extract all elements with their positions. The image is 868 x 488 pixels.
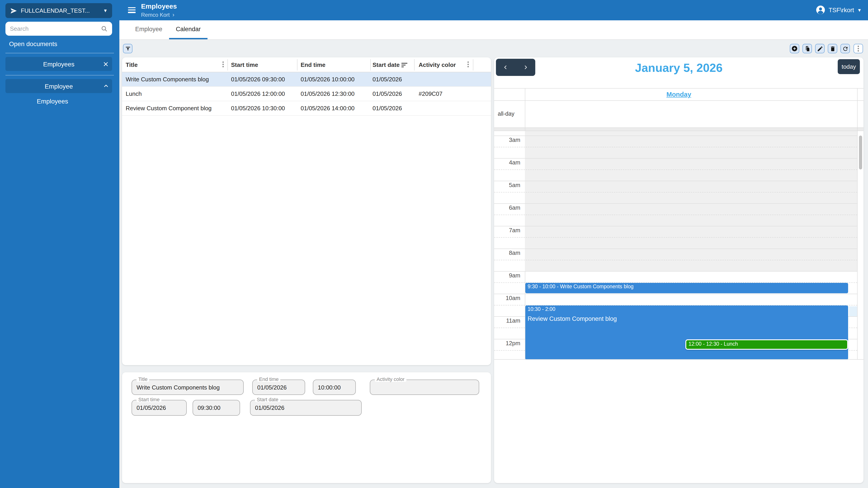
application-switcher[interactable]: FULLCALENDAR_TEST... ▼ (5, 3, 112, 18)
open-document-employees[interactable]: Employees (5, 57, 112, 71)
table-cell: 01/05/2026 (373, 72, 412, 87)
chevron-right-icon: › (173, 11, 175, 18)
table-cell: 01/05/2026 14:00:00 (301, 101, 368, 116)
half-hour-line (494, 237, 857, 238)
calendar-scrollbar[interactable] (859, 135, 862, 169)
kebab-icon (858, 45, 859, 53)
half-hour-line (494, 260, 857, 260)
all-day-label: all-day (498, 111, 515, 117)
sidebar-divider (5, 75, 114, 75)
close-icon[interactable] (99, 61, 112, 67)
title-field[interactable]: Title Write Custom Components blog (131, 380, 244, 395)
column-header-end-time[interactable]: End time (301, 57, 368, 72)
start-date-field[interactable]: Start date 01/05/2026 (250, 400, 362, 416)
user-menu[interactable]: TSF\rkort ▼ (815, 4, 862, 15)
calendar-panel: January 5, 2026 today Monday all-day 3am… (494, 57, 864, 483)
menu-item-label: Employees (37, 98, 81, 105)
table-row[interactable]: Review Custom Component blog01/05/2026 1… (122, 101, 491, 116)
hour-label: 6am (494, 204, 520, 211)
edit-button[interactable] (815, 44, 825, 53)
detail-form: Title Write Custom Components blog End t… (122, 372, 491, 483)
top-header-bar: Employees Remco Kort› TSF\rkort ▼ (119, 0, 868, 20)
menu-group-employee[interactable]: Employee (5, 79, 112, 93)
sidebar-divider (5, 53, 114, 53)
calendar-event[interactable]: 10:30 - 2:00Review Custom Component blog (525, 305, 848, 360)
hour-label: 3am (494, 136, 520, 143)
filter-icon (125, 45, 131, 52)
chevron-down-icon: ▼ (857, 7, 862, 12)
hour-line (494, 135, 857, 136)
search-input[interactable] (10, 25, 101, 32)
day-header-row: Monday (494, 88, 864, 101)
app-name: FULLCALENDAR_TEST... (21, 7, 103, 14)
calendar-event[interactable]: 9:30 - 10:00 - Write Custom Components b… (525, 283, 848, 293)
refresh-icon (842, 45, 848, 52)
start-time-field[interactable]: 09:30:00 (193, 400, 240, 416)
breadcrumb[interactable]: Remco Kort› (141, 11, 174, 18)
menu-item-employees[interactable]: Employees (5, 96, 112, 107)
delete-button[interactable] (828, 44, 837, 53)
tab-calendar[interactable]: Calendar (169, 20, 208, 39)
slot-highlight (849, 306, 857, 316)
column-header-activity-color[interactable]: Activity color (418, 57, 471, 72)
add-button[interactable] (790, 44, 799, 53)
user-name: TSF\rkort (829, 6, 854, 13)
activity-color-field[interactable]: Activity color (370, 380, 479, 395)
application-window: FULLCALENDAR_TEST... ▼ Open documents Em… (0, 0, 868, 488)
column-menu-icon[interactable] (467, 61, 469, 68)
half-hour-line (494, 215, 857, 215)
filter-button[interactable] (123, 44, 132, 53)
hamburger-menu-icon[interactable] (128, 7, 135, 13)
today-button[interactable]: today (838, 59, 860, 74)
hour-label: 5am (494, 182, 520, 188)
end-time-field[interactable]: 10:00:00 (313, 380, 356, 395)
all-day-row[interactable]: all-day (494, 101, 864, 128)
add-icon (791, 45, 798, 52)
tab-employee[interactable]: Employee (128, 20, 169, 39)
open-document-label: Employees (5, 60, 99, 68)
table-row[interactable]: Lunch01/05/2026 12:00:0001/05/2026 12:30… (122, 87, 491, 101)
start-date-part-value: 01/05/2026 (136, 400, 183, 415)
pencil-icon (817, 45, 823, 52)
end-time-field-value: 10:00:00 (318, 380, 352, 394)
sort-icon[interactable] (401, 63, 407, 68)
table-cell: 01/05/2026 12:00:00 (231, 87, 295, 101)
more-button[interactable] (854, 44, 863, 53)
half-hour-line (494, 147, 857, 147)
end-date-field-value: 01/05/2026 (257, 380, 301, 394)
column-menu-icon[interactable] (222, 61, 224, 68)
hour-label: 8am (494, 250, 520, 256)
half-hour-line (494, 169, 857, 170)
hour-line (494, 294, 857, 294)
sidebar-search (5, 22, 112, 36)
table-cell: 01/05/2026 (373, 87, 412, 101)
activity-color-field-value (375, 380, 475, 394)
column-header-title[interactable]: Title (126, 57, 225, 72)
table-cell: Lunch (126, 87, 225, 101)
day-header-link[interactable]: Monday (666, 91, 691, 98)
table-row[interactable]: Write Custom Components blog01/05/2026 0… (122, 72, 491, 87)
trash-icon (829, 45, 836, 52)
copy-button[interactable] (802, 44, 812, 53)
hour-line (494, 226, 857, 226)
page-title: Employees (141, 2, 177, 10)
table-cell: 01/05/2026 12:30:00 (301, 87, 368, 101)
start-time-field-value: 09:30:00 (197, 400, 236, 415)
column-header-start-time[interactable]: Start time (231, 57, 295, 72)
time-grid[interactable]: 3am4am5am6am7am8am9am10am11am12pm 9:30 -… (494, 131, 864, 360)
paper-plane-icon (10, 7, 17, 14)
open-documents-label: Open documents (9, 40, 57, 47)
table-cell (418, 72, 471, 87)
hour-line (494, 181, 857, 181)
table-cell: Review Custom Component blog (126, 101, 225, 116)
event-time: 10:30 - 2:00 (528, 306, 846, 312)
hour-label: 9am (494, 272, 520, 279)
hour-line (494, 271, 857, 271)
start-date-part-field[interactable]: Start time 01/05/2026 (131, 400, 187, 416)
refresh-button[interactable] (840, 44, 850, 53)
end-date-field[interactable]: End time 01/05/2026 (252, 380, 305, 395)
hour-label: 11am (494, 317, 520, 324)
calendar-title: January 5, 2026 (494, 61, 864, 75)
calendar-event[interactable]: 12:00 - 12:30 - Lunch (685, 339, 848, 350)
event-title: Review Custom Component blog (528, 315, 846, 322)
